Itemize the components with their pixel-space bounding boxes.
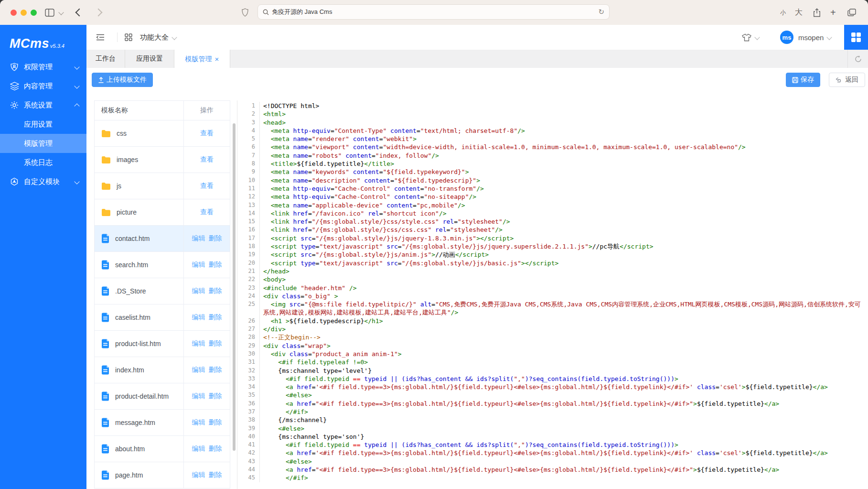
file-action-link[interactable]: 删除 [209, 261, 222, 269]
file-action-link[interactable]: 删除 [209, 392, 222, 401]
table-row[interactable]: index.htm编辑删除 [95, 357, 230, 383]
code-line[interactable]: 15 <link href="/{ms:global.style/}css/st… [237, 217, 868, 226]
table-row[interactable]: contact.htm编辑删除 [95, 226, 230, 252]
code-line[interactable]: 41 <#if field.typeid == typeid || (ids?h… [237, 441, 868, 449]
minimize-window-button[interactable] [21, 10, 27, 16]
table-row[interactable]: js查看 [95, 173, 230, 199]
code-editor[interactable]: 1<!DOCTYPE html>2<html>3<head>4 <meta ht… [237, 100, 868, 489]
file-action-link[interactable]: 编辑 [192, 392, 205, 401]
file-action-link[interactable]: 编辑 [192, 445, 205, 453]
code-line[interactable]: 19 <script src="/{ms:global.style/}js/an… [237, 250, 868, 259]
code-line[interactable]: 6 <meta name="viewport" content="width=d… [237, 143, 868, 151]
code-line[interactable]: 5 <meta name="renderer" content="webkit"… [237, 135, 868, 143]
zoom-window-button[interactable] [31, 10, 37, 16]
sidebar-item-system-settings[interactable]: 系统设置 [0, 96, 86, 115]
collapse-sidebar-icon[interactable] [96, 25, 105, 50]
table-row[interactable]: product-detail.htm编辑删除 [95, 383, 230, 410]
file-action-link[interactable]: 编辑 [192, 339, 205, 348]
sidebar-subitem-app-settings[interactable]: 应用设置 [0, 115, 86, 134]
file-action-link[interactable]: 查看 [200, 208, 214, 217]
table-row[interactable]: caselist.htm编辑删除 [95, 304, 230, 331]
code-line[interactable]: 32 {ms:channel type='level'} [237, 367, 868, 375]
code-line[interactable]: 14 <link href="/favicon.ico" rel="shortc… [237, 209, 868, 217]
close-icon[interactable]: × [215, 55, 219, 63]
file-action-link[interactable]: 编辑 [192, 471, 205, 479]
code-line[interactable]: 20 <script type="text/javascript" src="/… [237, 259, 868, 267]
code-line[interactable]: 35 <#else> [237, 391, 868, 399]
table-row[interactable]: about.htm编辑删除 [95, 436, 230, 462]
code-line[interactable]: 24<div class="o_big" > [237, 292, 868, 300]
file-action-link[interactable]: 编辑 [192, 234, 205, 243]
font-larger-button[interactable]: 大 [795, 0, 803, 25]
address-bar[interactable]: 免疫开源的 Java Cms ↻ [257, 4, 610, 20]
file-action-link[interactable]: 编辑 [192, 418, 205, 427]
table-row[interactable]: images查看 [95, 147, 230, 173]
share-icon[interactable] [813, 0, 821, 25]
code-line[interactable]: 16 <link href="/{ms:global.style/}css/cs… [237, 226, 868, 234]
save-button[interactable]: 保存 [786, 73, 820, 87]
code-line[interactable]: 21</head> [237, 267, 868, 275]
code-line[interactable]: 13 <meta name="applicable-device" conten… [237, 201, 868, 209]
file-action-link[interactable]: 删除 [209, 339, 222, 348]
code-line[interactable]: 33 <#if field.typeid == typeid || (ids?h… [237, 375, 868, 383]
file-action-link[interactable]: 编辑 [192, 366, 205, 374]
table-row[interactable]: product-list.htm编辑删除 [95, 331, 230, 357]
browser-sidebar-chevron-icon[interactable] [59, 0, 63, 25]
sidebar-item-custom-modules[interactable]: 自定义模块 [0, 172, 86, 191]
upload-template-button[interactable]: 上传模板文件 [92, 73, 153, 87]
table-row[interactable]: css查看 [95, 120, 230, 147]
sidebar-item-content[interactable]: 内容管理 [0, 76, 86, 96]
code-line[interactable]: 22<body> [237, 275, 868, 283]
code-line[interactable]: 39 <#else> [237, 424, 868, 433]
file-list-scrollbar[interactable] [233, 123, 236, 451]
code-line[interactable]: 8 <title>${field.typetitle}</title> [237, 160, 868, 168]
code-line[interactable]: 31 <#if field.typeleaf !=0> [237, 358, 868, 366]
reload-icon[interactable]: ↻ [598, 8, 604, 16]
file-action-link[interactable]: 删除 [209, 471, 222, 479]
file-action-link[interactable]: 编辑 [192, 261, 205, 269]
code-line[interactable]: 29<div class="wrap"> [237, 342, 868, 350]
feature-menu[interactable]: 功能大全 [136, 25, 176, 50]
file-action-link[interactable]: 编辑 [192, 287, 205, 295]
code-line[interactable]: 30 <div class="product_a anim anim-1"> [237, 350, 868, 358]
code-line[interactable]: 4 <meta http-equiv="Content-Type" conten… [237, 127, 868, 135]
code-line[interactable]: 26 <h1 >${field.typedescrip}</h1> [237, 317, 868, 325]
file-action-link[interactable]: 删除 [209, 313, 222, 322]
code-line[interactable]: 1<!DOCTYPE html> [237, 102, 868, 110]
tab-overview-icon[interactable] [847, 0, 856, 25]
table-row[interactable]: picture查看 [95, 199, 230, 226]
sidebar-subitem-system-log[interactable]: 系统日志 [0, 153, 86, 172]
code-line[interactable]: 40 {ms:channel type='son'} [237, 433, 868, 441]
file-action-link[interactable]: 删除 [209, 418, 222, 427]
app-grid-icon[interactable] [125, 25, 132, 50]
code-line[interactable]: 36 <a href="<#if field.type==3>{ms:globa… [237, 400, 868, 408]
table-row[interactable]: message.htm编辑删除 [95, 410, 230, 436]
table-row[interactable]: page.htm编辑删除 [95, 462, 230, 489]
apps-launcher-button[interactable] [844, 25, 868, 50]
theme-icon[interactable] [742, 25, 751, 50]
code-line[interactable]: 9 <meta name="keywords" content="${field… [237, 168, 868, 176]
tab-workbench[interactable]: 工作台 [86, 50, 125, 68]
back-button[interactable]: 返回 [829, 73, 865, 87]
file-action-link[interactable]: 查看 [200, 129, 214, 138]
code-line[interactable]: 27</div> [237, 325, 868, 333]
tab-template-management[interactable]: 模版管理 × [174, 50, 230, 68]
file-action-link[interactable]: 删除 [209, 234, 222, 243]
code-line[interactable]: 34 <a href='<#if field.type==3>{ms:globa… [237, 383, 868, 391]
code-line[interactable]: 23<#include "header.htm" /> [237, 284, 868, 292]
new-tab-icon[interactable]: + [830, 0, 836, 25]
file-action-link[interactable]: 删除 [209, 445, 222, 453]
code-line[interactable]: 7 <meta name="robots" content="index, fo… [237, 152, 868, 160]
browser-back-button[interactable] [76, 0, 82, 25]
code-line[interactable]: 28<!--正文begin--> [237, 333, 868, 341]
table-row[interactable]: search.htm编辑删除 [95, 252, 230, 278]
file-action-link[interactable]: 查看 [200, 182, 214, 190]
code-line[interactable]: 45 </#if> [237, 474, 868, 482]
code-line[interactable]: 3<head> [237, 119, 868, 127]
browser-sidebar-toggle-icon[interactable] [45, 0, 54, 25]
code-line[interactable]: 43 <#else> [237, 457, 868, 466]
code-line[interactable]: 12 <meta http-equiv="Cache-Control" cont… [237, 193, 868, 201]
sidebar-subitem-template-management[interactable]: 模版管理 [0, 134, 86, 153]
file-action-link[interactable]: 编辑 [192, 313, 205, 322]
code-line[interactable]: 25 <img src="{@ms:file field.typelitpic/… [237, 300, 868, 317]
